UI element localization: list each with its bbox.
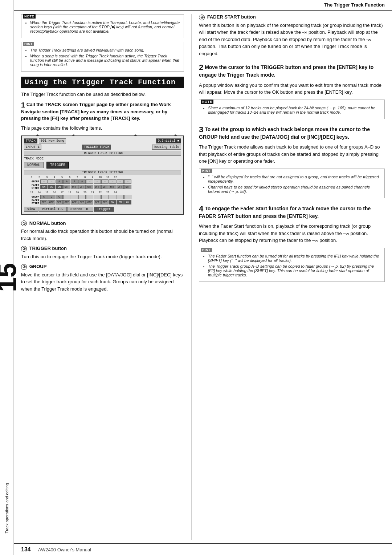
step4-hint-item1: The Fader Start function can be turned o… [208, 254, 381, 263]
step2-heading-text: Move the cursor to the TRIGGER button an… [199, 64, 373, 78]
fader-start-14[interactable]: OFF [48, 200, 55, 204]
group-24[interactable]: — [124, 195, 131, 199]
group-1[interactable]: — [40, 179, 48, 184]
group-7[interactable]: — [86, 179, 93, 184]
group-11[interactable]: — [117, 179, 124, 184]
item-group: ③ GROUP Move the cursor to this field an… [21, 264, 184, 292]
sidebar-number: 15 [0, 263, 20, 292]
item3-heading: GROUP [29, 264, 47, 269]
trigger-button[interactable]: TRIGGER [46, 162, 69, 169]
step4-hint-label: HINT [201, 248, 212, 252]
step2-number: 2 [199, 63, 203, 72]
group-9[interactable]: — [101, 179, 109, 184]
step4-hint: HINT The Fader Start function can be tur… [199, 248, 385, 282]
step4-heading-text: To engage the Fader Start function for a… [199, 205, 371, 219]
fader-start-11[interactable]: OFF [117, 185, 124, 189]
group-22[interactable]: — [109, 195, 116, 199]
group-18[interactable]: — [78, 195, 86, 199]
group-20[interactable]: — [94, 195, 101, 199]
note-box: NOTE When the Trigger Track function is … [21, 14, 184, 38]
step1-heading: 1 Call the TRACK screen Trigger page by … [21, 101, 184, 122]
group-23[interactable]: — [117, 195, 124, 199]
page-container: 15 Track operations and editing The Trig… [0, 0, 392, 555]
fader-start-16[interactable]: OFF [63, 200, 70, 204]
fader-start-15[interactable]: OFF [56, 200, 63, 204]
screen-track-cell: TRACK [24, 138, 37, 143]
fader-start-21[interactable]: OFF [101, 200, 109, 204]
fader-start-4[interactable]: OFF [63, 185, 70, 189]
sidebar: 15 Track operations and editing [0, 0, 14, 555]
fader-start-17[interactable]: OFF [71, 200, 78, 204]
fader-start-9[interactable]: OFF [101, 185, 109, 189]
group-2[interactable]: — [48, 179, 55, 184]
tab-view[interactable]: View [24, 207, 38, 212]
screen-routing-cell: Routing Table [152, 145, 181, 150]
fader-start-8[interactable]: OFF [94, 185, 101, 189]
tab-trigger[interactable]: Trigger [94, 207, 114, 212]
group-19[interactable]: — [86, 195, 93, 199]
tab-virtual[interactable]: Virtual TR. [39, 207, 67, 212]
fader-start-1[interactable]: ON [40, 185, 48, 189]
screen-tabs: View Virtual TR. Stereo TR. Trigger [24, 207, 181, 212]
item-fader-header: ④ FADER START button [199, 14, 385, 20]
item2-heading: TRIGGER button [29, 246, 67, 251]
hint-item-2: When a song is saved with the Trigger Tr… [30, 54, 180, 67]
normal-button[interactable]: NORMAL [24, 162, 44, 168]
section-heading: Using the Trigger Track Function [21, 77, 184, 88]
step3-number: 3 [199, 125, 203, 134]
fader-start-24[interactable]: ON [124, 200, 131, 204]
group-10[interactable]: — [109, 179, 116, 184]
main-content: The Trigger Track Function NOTE When the… [14, 0, 392, 555]
group-17[interactable]: — [71, 195, 78, 199]
item1-body: For normal audio track operation this bu… [21, 228, 184, 242]
fader-start-10[interactable]: OFF [109, 185, 116, 189]
group-8[interactable]: — [94, 179, 101, 184]
group-6[interactable]: A [78, 179, 86, 184]
fader-start-3[interactable]: ON [56, 185, 63, 189]
group-12[interactable]: — [124, 179, 131, 184]
step2-note: NOTE Since a maximum of 12 tracks can be… [199, 100, 385, 119]
note-list: When the Trigger Track function is activ… [25, 20, 180, 33]
group-5[interactable]: A [71, 179, 78, 184]
fader-start-7[interactable]: OFF [86, 185, 93, 189]
step1-body: This page contains the following items. [21, 125, 184, 132]
fader-start-22[interactable]: ON [109, 200, 116, 204]
screen-setting-title: TRIGGER TRACK SETTING [24, 151, 181, 156]
fader-start-5[interactable]: OFF [71, 185, 78, 189]
fader-start-2[interactable]: ON [48, 185, 55, 189]
hint-label: HINT [23, 42, 34, 46]
fader-start-6[interactable]: OFF [78, 185, 86, 189]
screen-mockup: TRACK 001_New_Song 0.Initial ■ INPUT 1 T… [21, 135, 184, 215]
screen-song-cell: 001_New_Song [39, 138, 66, 143]
group-14[interactable]: C [48, 195, 55, 199]
page-header: The Trigger Track Function [14, 0, 392, 11]
circle-4: ④ [199, 15, 205, 20]
step2-note-text: Since a maximum of 12 tracks can be play… [208, 106, 381, 114]
fader-start-12[interactable]: OFF [124, 185, 131, 189]
hint-list: The Trigger Track settings are saved ind… [25, 48, 180, 67]
note-label: NOTE [23, 14, 36, 19]
step2-heading: 2 Move the cursor to the TRIGGER button … [199, 64, 385, 79]
page-header-title: The Trigger Track Function [324, 2, 385, 8]
circle-2: ② [21, 246, 27, 252]
group-13[interactable]: C [40, 195, 48, 199]
fader-start-20[interactable]: OFF [94, 200, 101, 204]
group-16[interactable]: — [63, 195, 70, 199]
fader-start-23[interactable]: ON [117, 200, 124, 204]
group-21[interactable]: — [101, 195, 109, 199]
step3-hint-item1: "_" will be displayed for tracks that ar… [208, 175, 381, 183]
fader-start-19[interactable]: OFF [86, 200, 93, 204]
item1-heading: NORMAL button [29, 220, 66, 226]
item2-body: Turn this on to engage the Trigger Track… [21, 253, 184, 260]
fader-start-18[interactable]: OFF [78, 200, 86, 204]
hint-item-1: The Trigger Track settings are saved ind… [30, 48, 180, 52]
group-4[interactable]: A [63, 179, 70, 184]
fader-start-13[interactable]: OFF [40, 200, 48, 204]
tab-stereo[interactable]: Stereo TR. [67, 207, 93, 212]
item-group-header: ③ GROUP [21, 264, 184, 270]
group-3[interactable]: A [56, 179, 63, 184]
screen-initial-cell: 0.Initial ■ [156, 138, 181, 143]
group-15[interactable]: C [56, 195, 63, 199]
step3-body: The Trigger Track mode allows each track… [199, 143, 385, 165]
step2: 2 Move the cursor to the TRIGGER button … [199, 64, 385, 119]
